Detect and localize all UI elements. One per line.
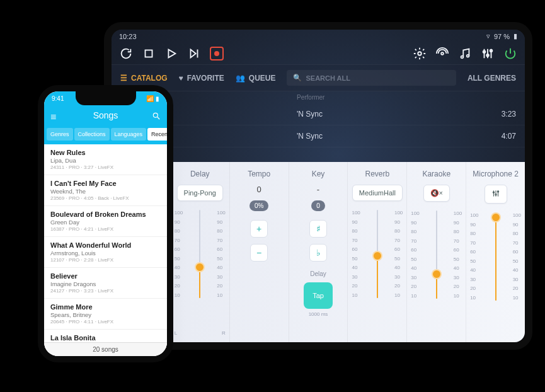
mic2-slider[interactable] [495,212,496,301]
song-row[interactable]: Boulevard of Broken DreamsGreen Day16387… [44,206,167,237]
genre-filter[interactable]: ALL GENRES [468,74,516,83]
mixer-panel: Master 🔇× 100908070605040302010 10090807… [112,162,525,342]
chip-languages[interactable]: Languages [111,128,147,141]
reverb-slider[interactable] [377,210,378,298]
song-row[interactable]: I Can't Feel My FaceWeeknd, The23569 · P… [44,175,167,206]
transport-bar [112,43,525,64]
karaoke-mute-button[interactable]: 🔇× [423,185,450,202]
svg-point-4 [418,52,422,55]
tempo-pill: 0% [250,200,268,211]
svg-point-5 [441,52,444,55]
mic2-settings-button[interactable] [485,185,507,204]
columns-header: Title Performer [112,91,525,103]
chip-genres[interactable]: Genres [47,128,73,141]
menu-icon[interactable]: ≡ [50,112,56,123]
delay-slider[interactable] [199,210,200,298]
phone-status-icons: 📶 ▮ [146,95,159,105]
tap-button[interactable]: Tap [304,282,333,309]
svg-point-6 [461,56,464,59]
channel-mic2: Microphone 2 100908070605040302010 10090… [466,162,525,342]
nav-favorite[interactable]: ♥ FAVORITE [179,74,224,83]
channel-key: Key - 0 ♯ ♭ Delay Tap 1000 ms [289,162,348,342]
song-row[interactable]: What A Wonderful WorldArmstrong, Louis12… [44,237,167,268]
settings-icon[interactable] [413,47,427,61]
svg-rect-0 [146,50,152,57]
mixer-icon[interactable] [481,47,495,61]
track-row[interactable]: Girlfriend'N Sync4:07 [112,125,525,147]
chip-collections[interactable]: Collections [74,128,110,141]
phone-header: ≡ Songs [44,105,167,125]
filter-chips: GenresCollectionsLanguagesRecently sung [44,125,167,144]
next-icon[interactable] [187,47,201,61]
notch [76,91,136,105]
heart-icon: ♥ [179,74,183,83]
svg-point-20 [153,113,158,117]
svg-line-21 [158,117,160,120]
phone-time: 9:41 [52,95,64,105]
song-row[interactable]: UnfaithfulRihanna [44,360,167,362]
search-icon: 🔍 [293,74,302,82]
phone-title: Songs [93,110,118,120]
channel-reverb: Reverb MediumHall 100908070605040302010 … [348,162,407,342]
song-row[interactable]: BelieverImagine Dragons24127 · PRO · 3:2… [44,268,167,299]
phone-footer: 20 songs [44,342,167,356]
queue-icon: 👥 [236,74,245,83]
channel-tempo: Tempo 0 0% + − [230,162,289,342]
reverb-type-button[interactable]: MediumHall [352,185,403,201]
record-button[interactable] [210,47,224,61]
chip-recently-sung[interactable]: Recently sung [147,128,173,141]
track-row[interactable]: Bye Bye Bye'N Sync3:23 [112,103,525,125]
play-icon[interactable] [164,47,178,61]
catalog-icon: ☰ [120,74,127,83]
karaoke-slider[interactable] [436,210,437,299]
nav-catalog[interactable]: ☰ CATALOG [120,74,168,83]
music-icon[interactable] [458,47,472,61]
tempo-minus-button[interactable]: − [250,244,268,262]
ipad-time: 10:23 [119,33,137,40]
delay-type-button[interactable]: Ping-Pong [177,185,223,201]
ipad-statusbar: 10:23 ▿ 97 % ▮ [112,30,525,43]
key-sharp-button[interactable]: ♯ [309,220,327,238]
channel-karaoke: Karaoke 🔇× 100908070605040302010 1009080… [407,162,466,342]
track-list: Bye Bye Bye'N Sync3:23Girlfriend'N Sync4… [112,103,525,147]
reload-icon[interactable] [119,47,133,61]
song-row[interactable]: New RulesLipa, Dua24311 · PRO · 3:27 · L… [44,144,167,175]
key-flat-button[interactable]: ♭ [309,244,327,262]
tempo-plus-button[interactable]: + [250,220,268,238]
song-list[interactable]: New RulesLipa, Dua24311 · PRO · 3:27 · L… [44,144,167,362]
nav-row: ☰ CATALOG ♥ FAVORITE 👥 QUEUE 🔍 SEARCH AL… [112,64,525,91]
power-icon[interactable] [503,47,517,61]
song-row[interactable]: Gimme MoreSpears, Britney20645 · PRO · 4… [44,299,167,330]
battery-icon: ▮ [513,32,517,40]
iphone-device: 9:41 📶 ▮ ≡ Songs GenresCollectionsLangua… [38,85,173,362]
search-input[interactable]: 🔍 SEARCH ALL [287,70,456,86]
stop-icon[interactable] [142,47,156,61]
search-icon[interactable] [152,112,161,122]
svg-point-7 [467,55,469,57]
ipad-battery: 97 % [494,33,510,40]
svg-marker-1 [168,50,175,58]
nav-queue[interactable]: 👥 QUEUE [236,74,276,83]
svg-marker-2 [191,50,196,58]
channel-delay: Delay Ping-Pong 100908070605040302010 10… [171,162,230,342]
key-pill: 0 [311,200,325,211]
broadcast-icon[interactable] [435,47,449,61]
wifi-icon: ▿ [486,32,490,40]
